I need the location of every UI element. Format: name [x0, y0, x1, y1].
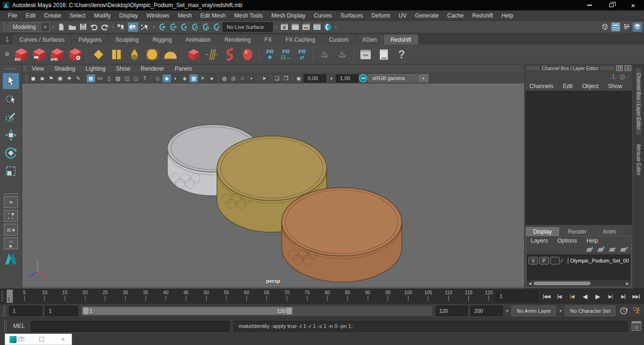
- channel-menu-channels[interactable]: Channels: [525, 83, 558, 90]
- channel-box-toggle-button[interactable]: [633, 22, 642, 32]
- move-layer-down-button[interactable]: ▼: [597, 247, 605, 253]
- tool-settings-toggle-button[interactable]: [622, 22, 631, 32]
- menu-mesh-display[interactable]: Mesh Display: [267, 12, 310, 19]
- isolate-select-icon[interactable]: ❏: [273, 74, 281, 82]
- rs-proxy-button[interactable]: [186, 46, 202, 63]
- panel-toolbar-grip[interactable]: [25, 74, 28, 82]
- channel-menu-edit[interactable]: Edit: [558, 83, 578, 90]
- rs-curve-button[interactable]: [222, 46, 238, 63]
- bronze-podium-top[interactable]: [282, 188, 402, 256]
- maya-home-button[interactable]: [3, 252, 18, 266]
- shelf-tab-fx[interactable]: FX: [258, 35, 278, 45]
- menu-edit-mesh[interactable]: Edit Mesh: [196, 12, 230, 19]
- shelf-tab-custom[interactable]: Custom: [322, 35, 355, 45]
- bake-selected-button[interactable]: ♨: [334, 46, 350, 63]
- shadows-icon[interactable]: ●: [207, 74, 216, 82]
- field-chart-icon[interactable]: ◫: [123, 74, 131, 82]
- select-tool[interactable]: [3, 73, 19, 89]
- snap-to-grid-button[interactable]: [157, 22, 167, 32]
- group-collapse-icon[interactable]: ›: [111, 23, 115, 30]
- menu-uv[interactable]: UV: [394, 12, 411, 19]
- menu-windows[interactable]: Windows: [142, 12, 174, 19]
- menu-modify[interactable]: Modify: [89, 12, 115, 19]
- panel-menu-shading[interactable]: Shading: [49, 65, 80, 72]
- wireframe-on-shaded-icon[interactable]: ◈: [180, 74, 189, 82]
- shelf-options-button[interactable]: ⚙: [3, 52, 11, 56]
- time-slider[interactable]: 1 51015202530354045505560657075808590951…: [4, 290, 493, 303]
- command-input[interactable]: [31, 321, 230, 332]
- animation-start-field[interactable]: [9, 306, 42, 316]
- isolate-add-icon[interactable]: ❐: [282, 74, 290, 82]
- selection-highlight-icon[interactable]: ➤: [260, 74, 268, 82]
- range-grip[interactable]: [2, 305, 6, 317]
- redshift-renderview-shelf-button[interactable]: RV: [13, 46, 29, 63]
- resolution-gate-icon[interactable]: ▯: [105, 74, 113, 82]
- menu-deform[interactable]: Deform: [367, 12, 394, 19]
- menu-set-selector[interactable]: Modeling ▾: [8, 22, 50, 32]
- select-object-button[interactable]: [128, 22, 138, 32]
- panel-menu-lighting[interactable]: Lighting: [80, 65, 111, 72]
- shelf-tab-curves-surfaces[interactable]: Curves / Surfaces: [13, 35, 71, 45]
- chevron-down-icon[interactable]: ▾: [506, 309, 509, 313]
- menu-select[interactable]: Select: [65, 12, 89, 19]
- current-time-marker[interactable]: 1: [7, 290, 13, 303]
- scale-tool[interactable]: [3, 163, 19, 179]
- camera-icon[interactable]: ◼: [29, 74, 37, 82]
- restore-window-icon[interactable]: [18, 338, 22, 341]
- menu-curves[interactable]: Curves: [310, 12, 336, 19]
- script-window-button[interactable]: </>: [358, 46, 374, 63]
- move-layer-up-button[interactable]: ▲: [586, 247, 593, 253]
- pr-export-button[interactable]: PR⊡→: [279, 46, 293, 63]
- restore-button[interactable]: [600, 0, 622, 10]
- panel-grip[interactable]: [600, 66, 614, 70]
- layout-split-pane-button[interactable]: ▭◆: [4, 237, 18, 249]
- float-panel-button[interactable]: ❐: [616, 65, 623, 71]
- create-empty-layer-button[interactable]: ＋: [608, 247, 616, 253]
- ipr-render-button[interactable]: IPR: [301, 22, 311, 32]
- group-collapse-icon[interactable]: ›: [152, 23, 155, 30]
- new-scene-button[interactable]: [56, 22, 66, 32]
- panel-menu-renderer[interactable]: Renderer: [135, 65, 170, 72]
- create-layer-from-selected-button[interactable]: ●: [620, 247, 627, 253]
- redshift-render-shelf-button[interactable]: [31, 46, 47, 63]
- move-tool[interactable]: [3, 127, 19, 143]
- image-plane-icon[interactable]: ▣: [56, 74, 64, 82]
- menu-file[interactable]: File: [4, 12, 21, 19]
- safe-action-icon[interactable]: ◻: [132, 74, 140, 82]
- pr-convert-button[interactable]: PR⇄: [295, 46, 309, 63]
- help-button[interactable]: ?: [394, 46, 410, 63]
- open-scene-button[interactable]: [67, 22, 77, 32]
- close-window-icon[interactable]: ×: [61, 336, 65, 343]
- layer-scrollbar[interactable]: ◀ ▶: [527, 281, 630, 286]
- layer-menu-help[interactable]: Help: [581, 237, 603, 244]
- redshift-settings-shelf-button[interactable]: [67, 46, 83, 63]
- shelf-tab-animation[interactable]: Animation: [179, 35, 217, 45]
- viewport-canvas[interactable]: y x z persp: [22, 83, 524, 289]
- undo-button[interactable]: [89, 22, 98, 32]
- film-gate-icon[interactable]: ▭: [96, 74, 104, 82]
- menu-cache[interactable]: Cache: [443, 12, 468, 19]
- gamma-mode-select[interactable]: sRGB gamma ▾: [368, 74, 429, 82]
- rs-volume-button[interactable]: [240, 46, 256, 63]
- make-live-button[interactable]: [212, 22, 221, 32]
- range-slider-track[interactable]: 1 120: [81, 306, 433, 316]
- toolbox-grip[interactable]: [5, 67, 17, 70]
- safe-title-icon[interactable]: T: [141, 74, 149, 82]
- layer-color-swatch[interactable]: ∕⎹: [561, 257, 569, 264]
- layer-display-type-toggle[interactable]: [550, 257, 560, 264]
- scroll-left-icon[interactable]: ◀: [527, 281, 533, 286]
- time-slider-grip[interactable]: [0, 290, 4, 302]
- rs-ies-light-button[interactable]: [126, 46, 143, 63]
- lasso-tool[interactable]: [3, 91, 19, 107]
- anim-layer-select[interactable]: No Anim Layer: [511, 306, 556, 316]
- snap-to-curve-button[interactable]: [168, 22, 178, 32]
- manip-axis-icon[interactable]: [609, 73, 617, 80]
- close-panel-button[interactable]: ×: [625, 65, 631, 71]
- shelf-tab-sculpting[interactable]: Sculpting: [109, 35, 145, 45]
- wireframe-icon[interactable]: ◇: [153, 74, 162, 82]
- channel-list-empty[interactable]: [526, 91, 632, 225]
- textured-icon[interactable]: ◐: [171, 74, 180, 82]
- save-scene-button[interactable]: [78, 22, 88, 32]
- redo-button[interactable]: [100, 22, 109, 32]
- panel-menu-view[interactable]: View: [27, 65, 49, 72]
